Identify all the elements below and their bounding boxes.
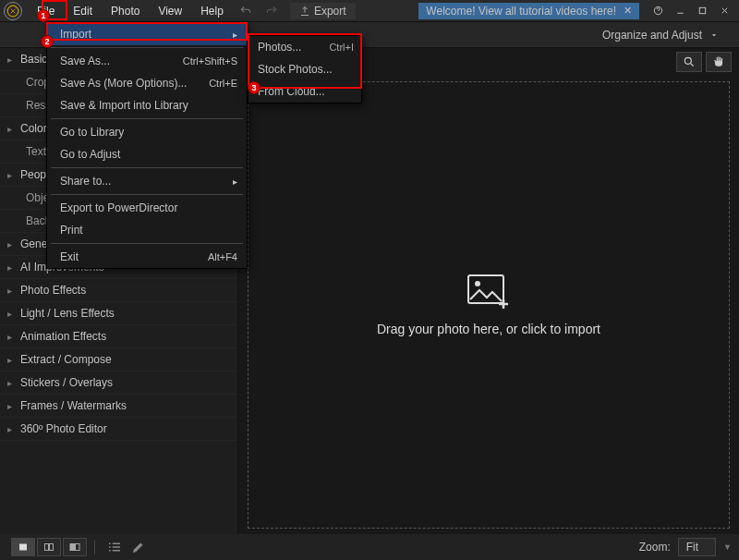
chevron-right-icon: ▸ xyxy=(7,239,17,250)
chevron-down-icon[interactable]: ▼ xyxy=(723,542,732,552)
undo-icon[interactable] xyxy=(235,3,257,19)
menu-item: Save As (More Options)...Ctrl+E xyxy=(47,72,247,94)
sidebar-label: Animation Effects xyxy=(20,330,106,343)
view-mode-buttons xyxy=(11,538,87,556)
pan-tool-icon[interactable] xyxy=(706,52,732,72)
export-button[interactable]: Export xyxy=(290,3,356,19)
app-icon xyxy=(4,2,22,20)
chevron-right-icon: ▸ xyxy=(7,424,17,434)
menu-view[interactable]: View xyxy=(149,2,191,20)
minimize-icon[interactable] xyxy=(671,3,689,19)
menu-item[interactable]: Go to Library xyxy=(47,121,247,143)
sidebar-label: Frames / Watermarks xyxy=(20,399,127,412)
sidebar-label: Photo Effects xyxy=(20,284,86,297)
menu-separator xyxy=(51,243,243,244)
export-label: Export xyxy=(314,5,346,18)
import-submenu: Photos...Ctrl+IStock Photos...From Cloud… xyxy=(248,35,362,103)
annotation-1: 1 xyxy=(37,9,50,22)
chevron-right-icon: ▸ xyxy=(7,286,17,296)
window-close-icon[interactable] xyxy=(715,3,733,19)
canvas-area: Drag your photo here, or click to import xyxy=(238,48,739,534)
sidebar-category[interactable]: ▸Extract / Compose xyxy=(0,348,237,371)
menu-photo[interactable]: Photo xyxy=(102,2,149,20)
submenu-item[interactable]: Stock Photos... xyxy=(248,58,361,80)
chevron-right-icon: ▸ xyxy=(7,401,17,411)
svg-rect-7 xyxy=(45,544,49,551)
svg-rect-2 xyxy=(699,7,705,13)
menu-item: Export to PowerDirector xyxy=(47,197,247,219)
menu-item[interactable]: Import▸ xyxy=(47,23,247,45)
view-single-icon[interactable] xyxy=(11,538,35,556)
list-icon[interactable] xyxy=(106,539,123,555)
sidebar-category[interactable]: ▸360º Photo Editor xyxy=(0,418,237,441)
sidebar-label: Basic xyxy=(20,53,47,66)
chevron-right-icon: ▸ xyxy=(7,170,17,180)
sidebar-category[interactable]: ▸Stickers / Overlays xyxy=(0,371,237,395)
view-compare-icon[interactable] xyxy=(63,538,87,556)
sidebar-category[interactable]: ▸Photo Effects xyxy=(0,279,237,302)
brush-icon[interactable] xyxy=(130,539,147,555)
sidebar-label: 360º Photo Editor xyxy=(20,422,107,435)
chevron-right-icon: ▸ xyxy=(7,378,17,388)
svg-rect-6 xyxy=(19,544,27,551)
svg-rect-9 xyxy=(70,544,75,551)
maximize-icon[interactable] xyxy=(693,3,711,19)
annotation-2: 2 xyxy=(41,35,54,48)
menu-item[interactable]: Go to Adjust xyxy=(47,143,247,165)
sidebar-category[interactable]: ▸Frames / Watermarks xyxy=(0,395,237,418)
zoom-control: Zoom: Fit ▼ xyxy=(639,538,732,556)
svg-rect-10 xyxy=(76,544,80,551)
sidebar-label: Gene xyxy=(20,237,47,250)
chevron-right-icon: ▸ xyxy=(7,262,17,273)
welcome-text: Welcome! View all tutorial videos here! xyxy=(426,5,616,18)
zoom-tool-icon[interactable] xyxy=(676,52,702,72)
sidebar-label: Color xyxy=(20,122,47,135)
viewport-dropzone[interactable]: Drag your photo here, or click to import xyxy=(248,81,730,529)
mode-label: Organize and Adjust xyxy=(602,29,702,42)
help-icon[interactable] xyxy=(648,3,667,19)
viewport-hint: Drag your photo here, or click to import xyxy=(377,322,600,336)
chevron-right-icon: ▸ xyxy=(7,309,17,319)
chevron-right-icon: ▸ xyxy=(233,177,237,187)
svg-point-3 xyxy=(684,57,691,64)
menu-item: Save As...Ctrl+Shift+S xyxy=(47,50,247,72)
chevron-right-icon: ▸ xyxy=(7,332,17,342)
menu-item: Print xyxy=(47,219,247,241)
menu-help[interactable]: Help xyxy=(191,2,233,20)
svg-point-5 xyxy=(475,281,480,286)
sidebar-label: Extract / Compose xyxy=(20,353,112,366)
mode-dropdown[interactable]: Organize and Adjust xyxy=(591,25,730,45)
sidebar-label: Stickers / Overlays xyxy=(20,376,113,389)
bottom-bar: Zoom: Fit ▼ xyxy=(0,534,739,560)
menu-item[interactable]: ExitAlt+F4 xyxy=(47,246,247,268)
title-bar: File Edit Photo View Help Export Welcome… xyxy=(0,0,739,22)
chevron-right-icon: ▸ xyxy=(233,30,237,40)
redo-icon[interactable] xyxy=(260,3,283,19)
image-placeholder-icon xyxy=(466,274,511,310)
zoom-select[interactable]: Fit xyxy=(678,538,716,556)
sidebar-label: Light / Lens Effects xyxy=(20,307,115,320)
menu-item: Save & Import into Library xyxy=(47,94,247,116)
chevron-right-icon: ▸ xyxy=(7,55,17,65)
close-icon[interactable]: ✕ xyxy=(624,5,632,17)
menu-separator xyxy=(51,167,243,168)
sidebar-category[interactable]: ▸Animation Effects xyxy=(0,325,237,348)
annotation-3: 3 xyxy=(248,81,260,94)
view-split-icon[interactable] xyxy=(37,538,61,556)
welcome-banner[interactable]: Welcome! View all tutorial videos here! … xyxy=(418,3,639,19)
submenu-item[interactable]: From Cloud... xyxy=(248,80,361,103)
menu-separator xyxy=(51,118,243,119)
sidebar-category[interactable]: ▸Light / Lens Effects xyxy=(0,302,237,325)
menu-edit[interactable]: Edit xyxy=(64,2,102,20)
svg-rect-8 xyxy=(50,544,54,551)
zoom-label: Zoom: xyxy=(639,541,671,554)
file-dropdown: Import▸Save As...Ctrl+Shift+SSave As (Mo… xyxy=(46,22,248,269)
chevron-right-icon: ▸ xyxy=(7,124,17,134)
menu-separator xyxy=(51,47,243,48)
menu-item: Share to...▸ xyxy=(47,170,247,192)
submenu-item[interactable]: Photos...Ctrl+I xyxy=(248,36,361,58)
chevron-right-icon: ▸ xyxy=(7,355,17,365)
menu-separator xyxy=(51,194,243,195)
